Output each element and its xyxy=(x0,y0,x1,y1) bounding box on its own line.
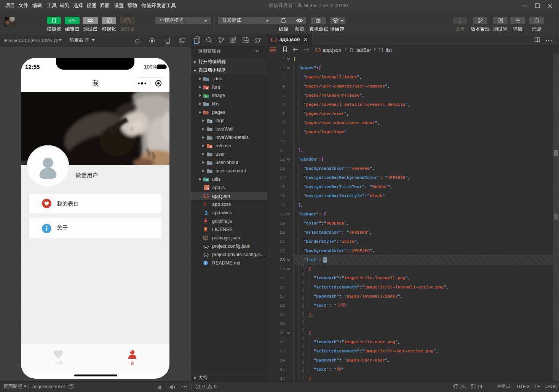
svg-text:JS: JS xyxy=(206,187,210,190)
svg-text:{..}: {..} xyxy=(315,48,321,53)
svg-text:{..}: {..} xyxy=(203,194,209,199)
svg-text:3: 3 xyxy=(204,210,208,215)
svg-text:[ ]: [ ] xyxy=(378,48,383,53)
svg-text:S: S xyxy=(203,202,206,207)
svg-text:A: A xyxy=(206,86,208,90)
svg-text:{}: {} xyxy=(349,48,354,53)
svg-text:{..}: {..} xyxy=(203,244,209,249)
svg-text:{..}: {..} xyxy=(203,253,209,257)
svg-text:{..}: {..} xyxy=(270,38,277,42)
